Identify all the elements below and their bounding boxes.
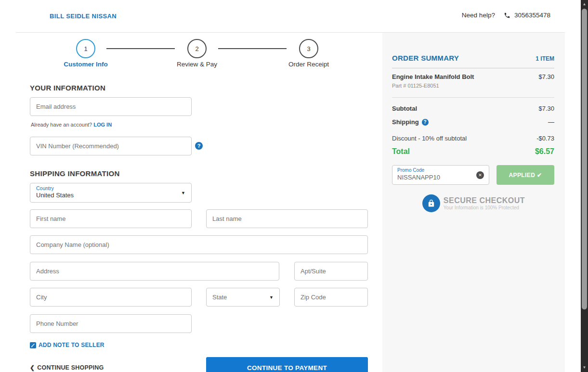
promo-code-value: NISSANAPP10 xyxy=(397,173,484,181)
vertical-scrollbar[interactable]: ▲ ▼ xyxy=(581,0,588,372)
need-help-label: Need help? xyxy=(462,12,495,19)
phone-icon xyxy=(504,12,510,19)
country-select[interactable]: Country United States ▼ xyxy=(30,183,192,203)
step-connector-1 xyxy=(106,48,175,49)
order-summary-sidebar: ORDER SUMMARY 1 ITEM Engine Intake Manif… xyxy=(382,33,565,372)
continue-shopping-link[interactable]: ❮ CONTINUE SHOPPING xyxy=(30,364,104,371)
zip-code-field[interactable] xyxy=(294,288,368,307)
promo-code-label: Promo Code xyxy=(397,167,484,173)
your-information-title: YOUR INFORMATION xyxy=(30,84,105,92)
step-2-circle[interactable]: 2 xyxy=(187,39,207,58)
step-2-label: Review & Pay xyxy=(158,61,235,68)
step-1-number: 1 xyxy=(84,45,87,52)
secure-checkout-badge: SECURE CHECKOUT Your Information is 100%… xyxy=(382,194,565,212)
scrollbar-thumb[interactable] xyxy=(582,9,587,309)
note-icon xyxy=(30,342,36,348)
subtotal-label: Subtotal xyxy=(392,105,417,112)
scroll-down-icon[interactable]: ▼ xyxy=(581,365,588,370)
need-help-area: Need help? 3056355478 xyxy=(462,12,550,19)
cart-item-price: $7.30 xyxy=(538,73,554,80)
add-note-label: ADD NOTE TO SELLER xyxy=(39,342,105,348)
chevron-left-icon: ❮ xyxy=(30,364,35,371)
last-name-field[interactable] xyxy=(206,209,368,228)
account-prompt: Already have an account?LOG IN xyxy=(31,122,112,128)
country-select-label: Country xyxy=(36,185,185,191)
chevron-down-icon: ▼ xyxy=(181,191,185,195)
continue-to-payment-button[interactable]: CONTINUE TO PAYMENT xyxy=(206,357,368,372)
step-connector-2 xyxy=(218,48,287,49)
scroll-up-icon[interactable]: ▲ xyxy=(581,2,588,7)
checkout-page: BILL SEIDLE NISSAN Need help? 3056355478… xyxy=(0,0,588,372)
shipping-information-title: SHIPPING INFORMATION xyxy=(30,169,120,178)
secure-checkout-subtitle: Your Information is 100% Protected xyxy=(444,205,525,210)
item-count-badge: 1 ITEM xyxy=(536,55,554,62)
vin-field[interactable] xyxy=(30,137,192,155)
phone-number-field[interactable] xyxy=(30,314,192,333)
discount-row: Discount - 10% off subtotal -$0.73 xyxy=(392,135,554,142)
vin-help-icon[interactable]: ? xyxy=(195,142,203,150)
total-row: Total $6.57 xyxy=(392,147,554,156)
first-name-field[interactable] xyxy=(30,209,192,228)
log-in-link[interactable]: LOG IN xyxy=(93,122,112,128)
step-3-number: 3 xyxy=(307,45,310,52)
step-3-label: Order Receipt xyxy=(270,61,347,68)
city-field[interactable] xyxy=(30,288,192,307)
step-2-number: 2 xyxy=(195,45,198,52)
cart-item-part-number: Part # 01125-E8051 xyxy=(392,83,554,89)
discount-value: -$0.73 xyxy=(536,135,554,142)
shipping-help-icon[interactable]: ? xyxy=(422,119,429,126)
header: BILL SEIDLE NISSAN Need help? 3056355478 xyxy=(0,0,588,33)
phone-number-link[interactable]: 3056355478 xyxy=(514,12,550,19)
step-3-circle[interactable]: 3 xyxy=(299,39,318,58)
cart-item-name: Engine Intake Manifold Bolt xyxy=(392,73,474,80)
total-value: $6.57 xyxy=(535,147,554,156)
promo-code-field[interactable]: Promo Code NISSANAPP10 ✕ xyxy=(392,165,489,185)
country-select-value: United States xyxy=(36,191,185,199)
shipping-row: Shipping ? — xyxy=(392,118,554,126)
promo-applied-button[interactable]: APPLIED ✔ xyxy=(497,165,554,185)
order-summary-header: ORDER SUMMARY 1 ITEM xyxy=(392,54,554,68)
dealer-logo-link[interactable]: BILL SEIDLE NISSAN xyxy=(50,13,117,20)
state-select[interactable]: State ▼ xyxy=(206,288,280,307)
apt-suite-field[interactable] xyxy=(294,262,368,281)
address-field[interactable] xyxy=(30,262,279,281)
subtotal-value: $7.30 xyxy=(538,105,554,112)
subtotal-row: Subtotal $7.30 xyxy=(392,105,554,112)
email-field[interactable] xyxy=(30,97,192,116)
continue-shopping-label: CONTINUE SHOPPING xyxy=(37,364,104,371)
state-select-value: State xyxy=(212,293,274,301)
discount-label: Discount - 10% off subtotal xyxy=(392,135,467,142)
chevron-down-icon: ▼ xyxy=(269,295,274,300)
lock-icon xyxy=(422,194,440,212)
account-prompt-text: Already have an account? xyxy=(31,122,92,128)
company-name-field[interactable] xyxy=(30,235,368,254)
step-1-label: Customer Info xyxy=(47,61,124,68)
secure-checkout-title: SECURE CHECKOUT xyxy=(444,196,525,205)
order-summary-title: ORDER SUMMARY xyxy=(392,54,459,62)
cart-item: Engine Intake Manifold Bolt $7.30 Part #… xyxy=(392,73,554,98)
clear-promo-icon[interactable]: ✕ xyxy=(476,171,484,179)
add-note-to-seller-button[interactable]: ADD NOTE TO SELLER xyxy=(30,342,105,348)
shipping-label: Shipping xyxy=(392,118,419,126)
total-label: Total xyxy=(392,147,410,156)
step-1-circle[interactable]: 1 xyxy=(76,39,95,58)
shipping-value: — xyxy=(548,118,554,126)
